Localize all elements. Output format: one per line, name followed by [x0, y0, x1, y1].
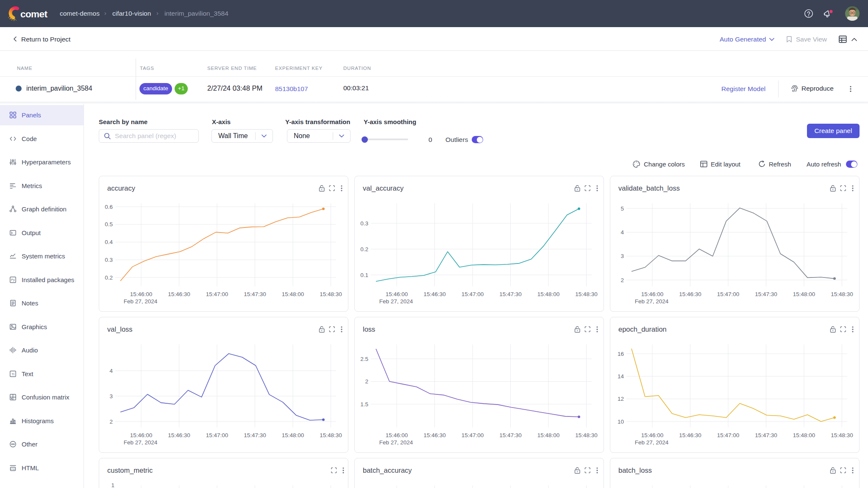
svg-text:2: 2 — [365, 378, 368, 385]
svg-text:15:47:30: 15:47:30 — [755, 291, 777, 297]
svg-text:15:47:30: 15:47:30 — [755, 432, 777, 438]
svg-text:15:46:30: 15:46:30 — [679, 432, 701, 438]
svg-text:val_loss: val_loss — [107, 325, 133, 333]
svg-text:0.1: 0.1 — [360, 272, 368, 278]
svg-text:15:46:00: 15:46:00 — [641, 291, 664, 297]
svg-text:loss: loss — [363, 325, 375, 333]
svg-text:0.5: 0.5 — [105, 221, 113, 227]
svg-text:0.6: 0.6 — [105, 204, 113, 210]
svg-text:1: 1 — [111, 482, 114, 488]
svg-text:Py: Py — [11, 278, 15, 282]
svg-text:12: 12 — [618, 396, 624, 402]
svg-text:15:48:00: 15:48:00 — [537, 291, 560, 297]
svg-text:0.4: 0.4 — [105, 239, 113, 245]
svg-text:15:46:30: 15:46:30 — [679, 291, 701, 297]
svg-text:Feb 27, 2024: Feb 27, 2024 — [379, 298, 413, 305]
svg-text:15:47:00: 15:47:00 — [206, 432, 228, 438]
svg-text:Tt: Tt — [11, 372, 15, 376]
svg-text:15:46:00: 15:46:00 — [386, 291, 408, 297]
svg-text:15:46:00: 15:46:00 — [130, 291, 153, 297]
svg-text:15:47:00: 15:47:00 — [462, 432, 484, 438]
svg-text:15:48:00: 15:48:00 — [282, 432, 304, 438]
svg-text:15:47:00: 15:47:00 — [717, 291, 740, 297]
svg-text:15:48:30: 15:48:30 — [831, 432, 853, 438]
svg-text:Feb 27, 2024: Feb 27, 2024 — [379, 439, 413, 446]
svg-text:15:48:30: 15:48:30 — [320, 291, 342, 297]
svg-text:batch_loss: batch_loss — [618, 466, 652, 474]
svg-text:15:46:30: 15:46:30 — [168, 432, 190, 438]
svg-text:Feb 27, 2024: Feb 27, 2024 — [635, 439, 669, 446]
svg-text:Feb 27, 2024: Feb 27, 2024 — [124, 298, 158, 305]
svg-text:15:48:00: 15:48:00 — [793, 291, 815, 297]
svg-text:15:46:30: 15:46:30 — [423, 432, 446, 438]
svg-text:15:48:30: 15:48:30 — [575, 291, 598, 297]
svg-text:2.5: 2.5 — [360, 356, 368, 362]
svg-text:1.5: 1.5 — [360, 401, 368, 408]
svg-text:2: 2 — [620, 277, 624, 283]
svg-text:15:48:30: 15:48:30 — [575, 432, 598, 438]
svg-text:10: 10 — [618, 419, 624, 425]
svg-text:15:46:00: 15:46:00 — [386, 432, 408, 438]
svg-text:15:48:30: 15:48:30 — [831, 291, 853, 297]
svg-text:custom_metric: custom_metric — [107, 466, 153, 474]
svg-text:15:47:30: 15:47:30 — [244, 432, 266, 438]
svg-text:3: 3 — [620, 253, 624, 259]
svg-text:15:47:00: 15:47:00 — [462, 291, 484, 297]
svg-text:5: 5 — [620, 205, 624, 212]
svg-text:0.2: 0.2 — [105, 274, 113, 281]
svg-text:15:46:00: 15:46:00 — [641, 432, 664, 438]
svg-text:14: 14 — [618, 373, 624, 380]
svg-text:validate_batch_loss: validate_batch_loss — [618, 184, 680, 192]
svg-text:HTML: HTML — [11, 468, 16, 470]
svg-text:val_accuracy: val_accuracy — [363, 184, 404, 192]
svg-text:15:48:30: 15:48:30 — [320, 432, 342, 438]
svg-text:0.2: 0.2 — [360, 246, 368, 252]
svg-text:0.3: 0.3 — [360, 220, 368, 227]
svg-text:15:47:00: 15:47:00 — [206, 291, 228, 297]
svg-text:2: 2 — [109, 419, 113, 425]
svg-text:4: 4 — [109, 368, 113, 374]
svg-text:15:47:30: 15:47:30 — [499, 291, 522, 297]
svg-text:Feb 27, 2024: Feb 27, 2024 — [124, 439, 158, 446]
svg-text:15:46:00: 15:46:00 — [130, 432, 153, 438]
svg-text:accuracy: accuracy — [107, 184, 136, 192]
svg-text:16: 16 — [618, 351, 624, 357]
svg-text:15:48:00: 15:48:00 — [793, 432, 815, 438]
svg-text:15:47:30: 15:47:30 — [244, 291, 266, 297]
svg-text:15:48:00: 15:48:00 — [537, 432, 560, 438]
svg-text:15:47:00: 15:47:00 — [717, 432, 740, 438]
svg-text:Feb 27, 2024: Feb 27, 2024 — [635, 298, 669, 305]
svg-text:15:46:30: 15:46:30 — [168, 291, 190, 297]
svg-text:15:48:00: 15:48:00 — [282, 291, 304, 297]
svg-text:4: 4 — [620, 229, 624, 236]
svg-text:epoch_duration: epoch_duration — [618, 325, 667, 333]
svg-text:batch_accuracy: batch_accuracy — [363, 466, 412, 474]
svg-text:3: 3 — [109, 393, 113, 399]
svg-text:0.3: 0.3 — [105, 257, 113, 263]
svg-text:15:47:30: 15:47:30 — [499, 432, 522, 438]
svg-text:15:46:30: 15:46:30 — [423, 291, 446, 297]
